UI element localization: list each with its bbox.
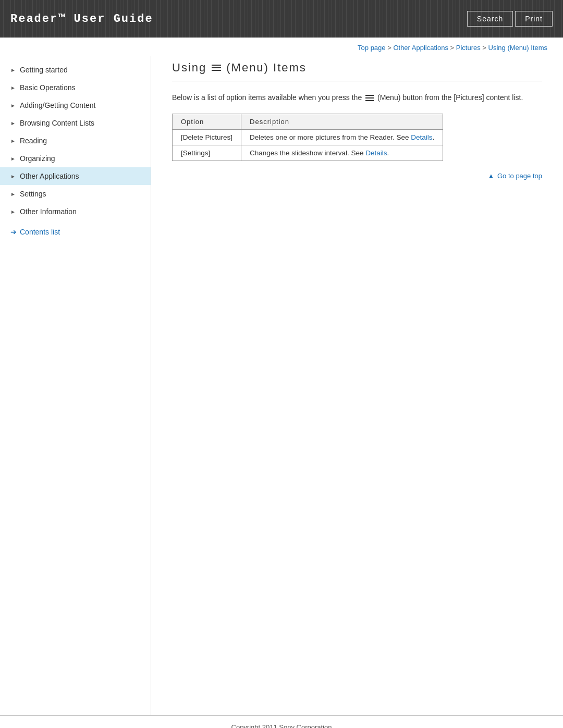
contents-list-link[interactable]: ➔ Contents list (0, 223, 151, 241)
chevron-right-icon: ► (10, 191, 16, 197)
heading-prefix: Using (172, 61, 206, 75)
sidebar-item-basic-operations[interactable]: ► Basic Operations (0, 79, 151, 96)
sidebar-item-label: Adding/Getting Content (20, 101, 96, 109)
chevron-right-icon: ► (10, 67, 16, 73)
table-cell-option: [Delete Pictures] (173, 130, 241, 145)
sidebar-item-other-applications[interactable]: ► Other Applications (0, 167, 151, 185)
arrow-right-icon: ➔ (10, 228, 17, 236)
breadcrumb-using-menu-items[interactable]: Using (Menu) Items (488, 44, 547, 52)
sidebar-item-label: Other Information (20, 207, 77, 216)
search-button[interactable]: Search (467, 11, 513, 27)
chevron-right-icon: ► (10, 120, 16, 126)
table-cell-description: Changes the slideshow interval. See Deta… (241, 145, 443, 161)
sidebar-item-reading[interactable]: ► Reading (0, 132, 151, 150)
sidebar-item-label: Settings (20, 190, 46, 198)
table-header-option: Option (173, 114, 241, 130)
header: Reader™ User Guide Search Print (0, 0, 563, 38)
breadcrumb-pictures[interactable]: Pictures (456, 44, 481, 52)
table-row: [Delete Pictures] Deletes one or more pi… (173, 130, 443, 145)
sidebar-item-label: Getting started (20, 66, 68, 74)
breadcrumb-other-applications[interactable]: Other Applications (393, 44, 448, 52)
body-paragraph: Below is a list of option items availabl… (172, 92, 542, 103)
chevron-right-icon: ► (10, 138, 16, 144)
sidebar-item-browsing-content-lists[interactable]: ► Browsing Content Lists (0, 114, 151, 132)
menu-icon (212, 65, 221, 71)
sidebar-item-getting-started[interactable]: ► Getting started (0, 61, 151, 79)
main-content: Using (Menu) Items Below is a list of op… (151, 56, 563, 715)
header-buttons: Search Print (467, 11, 553, 27)
chevron-right-icon: ► (10, 156, 16, 162)
chevron-right-icon: ► (10, 174, 16, 179)
chevron-right-icon: ► (10, 103, 16, 108)
sidebar-item-label: Basic Operations (20, 83, 76, 92)
heading-suffix: (Menu) Items (226, 61, 307, 75)
triangle-up-icon: ▲ (487, 172, 494, 180)
go-to-top: ▲ Go to page top (172, 171, 542, 180)
go-to-page-top-label: Go to page top (497, 172, 542, 180)
sidebar-item-label: Reading (20, 137, 47, 145)
page-heading: Using (Menu) Items (172, 61, 542, 81)
sidebar-item-label: Other Applications (20, 172, 79, 180)
chevron-right-icon: ► (10, 209, 16, 215)
sidebar-item-label: Browsing Content Lists (20, 119, 94, 127)
sidebar-item-settings[interactable]: ► Settings (0, 185, 151, 203)
inline-menu-icon (365, 95, 374, 101)
chevron-right-icon: ► (10, 85, 16, 91)
footer: Copyright 2011 Sony Corporation (0, 715, 563, 728)
sidebar-item-label: Organizing (20, 154, 55, 163)
contents-list-label: Contents list (20, 228, 60, 236)
go-to-page-top-link[interactable]: ▲ Go to page top (487, 172, 542, 180)
table-header-description: Description (241, 114, 443, 130)
sidebar-item-adding-getting-content[interactable]: ► Adding/Getting Content (0, 96, 151, 114)
app-title: Reader™ User Guide (10, 13, 153, 26)
table-cell-option: [Settings] (173, 145, 241, 161)
sidebar-item-organizing[interactable]: ► Organizing (0, 150, 151, 167)
sidebar-item-other-information[interactable]: ► Other Information (0, 203, 151, 220)
options-table: Option Description [Delete Pictures] Del… (172, 114, 443, 161)
delete-pictures-details-link[interactable]: Details (411, 133, 432, 141)
table-cell-description: Deletes one or more pictures from the Re… (241, 130, 443, 145)
settings-details-link[interactable]: Details (365, 149, 387, 157)
breadcrumb: Top page > Other Applications > Pictures… (0, 38, 563, 56)
print-button[interactable]: Print (515, 11, 553, 27)
table-row: [Settings] Changes the slideshow interva… (173, 145, 443, 161)
breadcrumb-top-page[interactable]: Top page (358, 44, 386, 52)
sidebar: ► Getting started ► Basic Operations ► A… (0, 56, 151, 715)
copyright-text: Copyright 2011 Sony Corporation (231, 723, 332, 728)
page-layout: ► Getting started ► Basic Operations ► A… (0, 56, 563, 715)
